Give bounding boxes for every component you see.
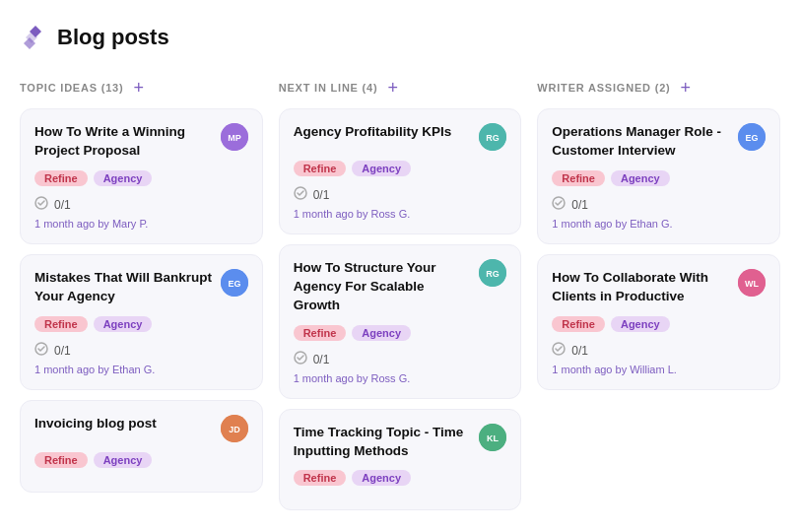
- svg-text:WL: WL: [745, 279, 759, 289]
- card-time: 1 month ago by Ross G.: [294, 208, 507, 220]
- card-title: How To Collaborate With Clients in Produ…: [552, 269, 730, 306]
- card-progress: 0/1: [34, 196, 248, 214]
- tag-refine[interactable]: Refine: [294, 470, 347, 486]
- tag-refine[interactable]: Refine: [34, 316, 88, 332]
- app-logo: [20, 24, 47, 51]
- progress-text: 0/1: [313, 188, 330, 202]
- progress-text: 0/1: [571, 198, 588, 212]
- card-top: How To Structure Your Agency For Scalabl…: [294, 259, 507, 315]
- progress-text: 0/1: [54, 198, 71, 212]
- tag-refine[interactable]: Refine: [34, 452, 88, 468]
- progress-text: 0/1: [571, 344, 588, 358]
- avatar: RG: [479, 259, 506, 287]
- card[interactable]: How To Write a Winning Project Proposal …: [20, 108, 263, 244]
- card-tags: RefineAgency: [552, 170, 766, 186]
- card-tags: RefineAgency: [34, 452, 248, 468]
- card-title: How To Structure Your Agency For Scalabl…: [294, 259, 472, 315]
- tag-agency[interactable]: Agency: [94, 170, 153, 186]
- tag-agency[interactable]: Agency: [611, 316, 670, 332]
- column-title-topic-ideas: TOPIC IDEAS (13): [20, 82, 124, 94]
- card-title: How To Write a Winning Project Proposal: [34, 123, 213, 161]
- column-header-writer-assigned: WRITER ASSIGNED (2)+: [537, 79, 780, 97]
- svg-text:MP: MP: [228, 133, 241, 143]
- tag-refine[interactable]: Refine: [552, 170, 605, 186]
- tag-agency[interactable]: Agency: [352, 325, 411, 341]
- card-title: Time Tracking Topic - Time Inputting Met…: [294, 424, 472, 461]
- card-top: How To Collaborate With Clients in Produ…: [552, 269, 766, 306]
- card[interactable]: Invoicing blog post JD RefineAgency: [20, 400, 263, 493]
- column-title-writer-assigned: WRITER ASSIGNED (2): [537, 82, 670, 94]
- card-progress: 0/1: [294, 351, 507, 368]
- tag-refine[interactable]: Refine: [34, 170, 88, 186]
- avatar: JD: [221, 415, 248, 442]
- card[interactable]: Operations Manager Role - Customer Inter…: [537, 108, 780, 244]
- avatar: KL: [479, 424, 506, 451]
- svg-text:RG: RG: [487, 133, 500, 143]
- tag-agency[interactable]: Agency: [611, 170, 670, 186]
- card-tags: RefineAgency: [294, 161, 507, 176]
- add-card-button-writer-assigned[interactable]: +: [679, 79, 694, 97]
- card-top: Time Tracking Topic - Time Inputting Met…: [294, 424, 507, 461]
- tag-refine[interactable]: Refine: [294, 161, 347, 176]
- avatar: MP: [221, 123, 248, 151]
- tag-refine[interactable]: Refine: [294, 325, 347, 341]
- svg-text:KL: KL: [487, 433, 499, 443]
- kanban-board: TOPIC IDEAS (13)+How To Write a Winning …: [20, 79, 780, 520]
- card-time: 1 month ago by Ethan G.: [34, 364, 248, 375]
- card-title: Invoicing blog post: [34, 415, 213, 433]
- column-header-next-in-line: NEXT IN LINE (4)+: [279, 79, 522, 97]
- card-title: Mistakes That Will Bankrupt Your Agency: [34, 269, 213, 306]
- card-top: Operations Manager Role - Customer Inter…: [552, 123, 766, 161]
- page-header: Blog posts: [20, 24, 780, 51]
- tag-agency[interactable]: Agency: [94, 316, 153, 332]
- card[interactable]: Agency Profitability KPIs RG RefineAgenc…: [279, 108, 522, 234]
- card-title: Operations Manager Role - Customer Inter…: [552, 123, 730, 161]
- card[interactable]: How To Collaborate With Clients in Produ…: [537, 254, 780, 390]
- card-progress: 0/1: [552, 342, 766, 360]
- card-tags: RefineAgency: [294, 470, 507, 486]
- tag-refine[interactable]: Refine: [552, 316, 605, 332]
- card-top: Invoicing blog post JD: [34, 415, 248, 442]
- card-time: 1 month ago by Mary P.: [34, 218, 248, 230]
- check-icon: [294, 186, 307, 204]
- card[interactable]: How To Structure Your Agency For Scalabl…: [279, 244, 522, 399]
- svg-text:EG: EG: [745, 133, 758, 143]
- page-title: Blog posts: [57, 25, 169, 50]
- tag-agency[interactable]: Agency: [352, 161, 411, 176]
- column-next-in-line: NEXT IN LINE (4)+Agency Profitability KP…: [279, 79, 522, 520]
- avatar: WL: [738, 269, 766, 297]
- avatar: EG: [221, 269, 248, 297]
- card-top: Agency Profitability KPIs RG: [294, 123, 507, 151]
- check-icon: [34, 196, 48, 214]
- card-top: How To Write a Winning Project Proposal …: [34, 123, 248, 161]
- svg-text:RG: RG: [487, 269, 500, 279]
- tag-agency[interactable]: Agency: [352, 470, 411, 486]
- check-icon: [552, 196, 566, 214]
- card-time: 1 month ago by William L.: [552, 364, 766, 375]
- avatar: RG: [479, 123, 506, 151]
- svg-text:JD: JD: [229, 425, 240, 434]
- add-card-button-topic-ideas[interactable]: +: [132, 79, 147, 97]
- card-title: Agency Profitability KPIs: [294, 123, 472, 142]
- column-writer-assigned: WRITER ASSIGNED (2)+Operations Manager R…: [537, 79, 780, 520]
- progress-text: 0/1: [313, 353, 330, 366]
- card[interactable]: Time Tracking Topic - Time Inputting Met…: [279, 409, 522, 511]
- card-progress: 0/1: [294, 186, 507, 204]
- avatar: EG: [738, 123, 766, 151]
- add-card-button-next-in-line[interactable]: +: [385, 79, 400, 97]
- column-topic-ideas: TOPIC IDEAS (13)+How To Write a Winning …: [20, 79, 263, 520]
- column-title-next-in-line: NEXT IN LINE (4): [279, 82, 378, 94]
- progress-text: 0/1: [54, 344, 71, 358]
- check-icon: [294, 351, 307, 368]
- card[interactable]: Mistakes That Will Bankrupt Your Agency …: [20, 254, 263, 390]
- svg-text:EG: EG: [228, 279, 240, 289]
- card-time: 1 month ago by Ethan G.: [552, 218, 766, 230]
- tag-agency[interactable]: Agency: [94, 452, 153, 468]
- check-icon: [552, 342, 566, 360]
- column-header-topic-ideas: TOPIC IDEAS (13)+: [20, 79, 263, 97]
- check-icon: [34, 342, 48, 360]
- card-time: 1 month ago by Ross G.: [294, 372, 507, 384]
- card-progress: 0/1: [552, 196, 766, 214]
- card-tags: RefineAgency: [294, 325, 507, 341]
- card-tags: RefineAgency: [34, 170, 248, 186]
